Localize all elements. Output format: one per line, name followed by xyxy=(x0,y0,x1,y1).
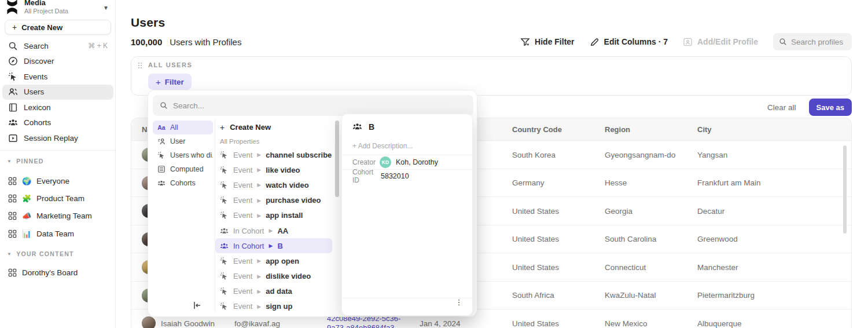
sidebar-item-discover[interactable]: Discover xyxy=(2,54,113,70)
property-item-watch-video[interactable]: Event▶watch video xyxy=(215,177,334,192)
table-scrollbar[interactable] xyxy=(843,145,847,234)
create-new-cohort-button[interactable]: + Create New xyxy=(215,119,334,135)
workspace-switcher[interactable]: Media All Project Data ▼ xyxy=(5,0,111,19)
arrow-icon: ▶ xyxy=(257,198,261,203)
menu-item-user[interactable]: User xyxy=(153,134,213,148)
user-count-label: Users with Profiles xyxy=(170,37,241,47)
menu-item-all[interactable]: Aa All xyxy=(153,121,213,134)
sidebar-item-users[interactable]: Users xyxy=(2,85,113,100)
popover-search-box xyxy=(153,95,473,116)
megaphone-emoji-icon: 📣 xyxy=(22,212,31,220)
arrow-icon: ▶ xyxy=(257,152,261,158)
arrow-icon: ▶ xyxy=(257,304,261,309)
app-window: Media All Project Data ▼ + Create New Se… xyxy=(0,0,868,328)
menu-item-users-who-did[interactable]: Users who di... xyxy=(153,148,213,162)
board-icon xyxy=(8,212,17,220)
property-item-channel-subscribe[interactable]: Event▶channel subscribe xyxy=(215,147,334,162)
cohorts-icon xyxy=(352,122,362,132)
computed-icon xyxy=(157,165,165,173)
property-item-purchase-video[interactable]: Event▶purchase video xyxy=(215,193,334,208)
sidebar-item-events[interactable]: Events xyxy=(2,69,113,85)
edit-columns-button[interactable]: Edit Columns · 7 xyxy=(590,37,668,47)
user-icon xyxy=(157,137,165,145)
popover-scrollbar[interactable] xyxy=(335,121,339,197)
search-profiles-box xyxy=(773,33,852,50)
more-options-icon[interactable]: ⋮ xyxy=(454,301,464,311)
property-item-app-open[interactable]: Event▶app open xyxy=(215,253,334,268)
sidebar-board-product-team[interactable]: 🧩 Product Team xyxy=(2,189,113,207)
pinned-section-label[interactable]: ▼ PINNED xyxy=(7,156,111,166)
creator-name: Koh, Dorothy xyxy=(396,158,438,166)
menu-item-cohorts[interactable]: Cohorts xyxy=(153,176,213,190)
property-item-app-install[interactable]: Event▶app install xyxy=(215,208,334,223)
column-header-city[interactable]: City xyxy=(697,118,712,141)
sidebar-board-dorothys-board[interactable]: Dorothy's Board xyxy=(2,264,113,281)
creator-avatar: KD xyxy=(380,156,391,168)
create-new-button[interactable]: + Create New xyxy=(5,20,111,35)
property-item-ad-data[interactable]: Event▶ad data xyxy=(215,284,334,299)
your-content-section-label[interactable]: ▼ YOUR CONTENT xyxy=(7,249,111,258)
toolbar: Hide Filter Edit Columns · 7 Add/Edit Pr… xyxy=(520,33,852,50)
collapse-panel-icon[interactable] xyxy=(192,300,203,311)
property-item-cohort-aa[interactable]: In Cohort▶AA xyxy=(215,223,334,238)
hide-filter-button[interactable]: Hide Filter xyxy=(520,37,574,47)
cohort-title: B xyxy=(369,122,374,132)
sidebar-item-search[interactable]: Search ⌘ + K xyxy=(2,38,113,54)
popover-search-input[interactable] xyxy=(173,101,466,110)
plus-icon: + xyxy=(220,123,225,132)
save-as-button[interactable]: Save as xyxy=(809,99,852,116)
drag-handle-icon[interactable] xyxy=(138,62,142,69)
plus-icon: + xyxy=(156,77,161,87)
sidebar-item-cohorts[interactable]: Cohorts xyxy=(2,115,113,131)
property-item-cohort-b[interactable]: In Cohort▶B xyxy=(215,238,332,253)
event-cursor-icon xyxy=(220,181,229,189)
event-cursor-icon xyxy=(220,302,229,311)
add-description-button[interactable]: + Add Description... xyxy=(352,142,413,150)
search-profiles-input[interactable] xyxy=(791,38,846,46)
chevron-down-icon: ▼ xyxy=(103,5,109,11)
sidebar-item-session-replay[interactable]: Session Replay xyxy=(2,130,113,146)
event-cursor-icon xyxy=(220,211,229,220)
workspace-name: Media xyxy=(24,0,68,8)
user-count-row: 100,000 Users with Profiles xyxy=(131,37,241,47)
section-label: All Properties xyxy=(215,135,334,147)
profile-card-icon xyxy=(683,37,693,47)
filter-funnel-icon xyxy=(520,37,530,47)
column-header-country[interactable]: Country Code xyxy=(512,118,562,141)
chevron-down-icon: ▼ xyxy=(7,252,12,257)
event-cursor-icon xyxy=(8,72,18,82)
filter-actions: Clear all Save as xyxy=(767,99,852,116)
property-item-dislike-video[interactable]: Event▶dislike video xyxy=(215,269,334,284)
menu-item-computed[interactable]: Computed xyxy=(153,162,213,176)
add-edit-profile-button[interactable]: Add/Edit Profile xyxy=(683,37,758,47)
your-content-list: Dorothy's Board xyxy=(2,264,113,281)
board-icon xyxy=(8,268,17,277)
sidebar-board-everyone[interactable]: 🌍 Everyone xyxy=(2,172,113,189)
arrow-icon: ▶ xyxy=(257,167,261,173)
clear-all-button[interactable]: Clear all xyxy=(767,103,796,112)
cohort-id-label: Cohort ID xyxy=(352,168,380,184)
sidebar-board-data-team[interactable]: 📊 Data Team xyxy=(2,225,113,242)
session-replay-icon xyxy=(8,133,18,143)
event-cursor-icon xyxy=(157,151,165,159)
arrow-icon: ▶ xyxy=(257,258,261,264)
search-icon xyxy=(160,101,168,110)
property-item-sign-up[interactable]: Event▶sign up xyxy=(215,299,334,314)
property-type-menu: Aa All User Users who di... Computed Coh… xyxy=(153,121,213,190)
event-cursor-icon xyxy=(220,272,229,280)
search-shortcut: ⌘ + K xyxy=(88,42,108,50)
add-filter-button[interactable]: + Filter xyxy=(148,74,192,90)
avatar xyxy=(142,316,156,328)
property-item-like-video[interactable]: Event▶like video xyxy=(215,162,334,177)
event-cursor-icon xyxy=(220,287,229,296)
sidebar-board-marketing-team[interactable]: 📣 Marketing Team xyxy=(2,207,113,225)
divider xyxy=(342,298,473,298)
user-count: 100,000 xyxy=(131,37,162,47)
app-logo-icon xyxy=(5,0,20,16)
arrow-icon: ▶ xyxy=(269,243,273,249)
pinned-list: 🌍 Everyone 🧩 Product Team 📣 Marketing Te… xyxy=(2,172,113,242)
arrow-icon: ▶ xyxy=(269,228,273,234)
column-header-region[interactable]: Region xyxy=(605,118,630,141)
sidebar-item-lexicon[interactable]: Lexicon xyxy=(2,100,113,115)
cohort-title-row: B xyxy=(352,122,374,132)
